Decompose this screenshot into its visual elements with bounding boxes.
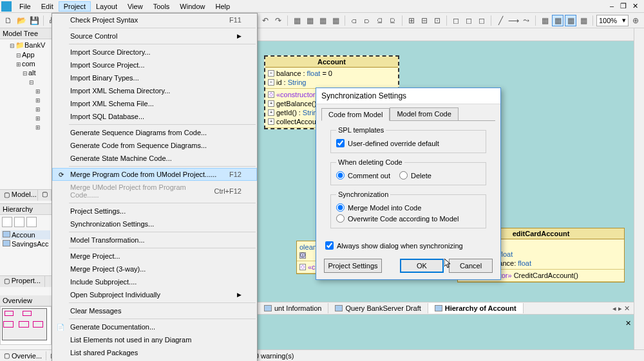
line-icon[interactable]: ╱ [495,15,506,26]
overview-minimap[interactable] [0,306,52,345]
new-icon[interactable]: 🗋 [3,15,14,26]
messages-close-icon[interactable]: ✕ [625,319,631,328]
menu-edit[interactable]: Edit [36,1,59,12]
menu-item-generate-code-from-sequence-diagrams[interactable]: Generate Code from Sequence Diagrams... [52,139,257,152]
radio-merge-model[interactable]: Merge Model into Code [336,202,480,213]
hierarchy-view-icon[interactable] [2,217,12,227]
menu-item-merge-project[interactable]: Merge Project... [52,250,257,263]
menu-layout[interactable]: Layout [91,1,122,12]
tab-model[interactable]: ▢ Model... [0,190,38,201]
hierarchy-panel: Hierarchy Accoun SavingsAcc ▢ Propert... [0,203,52,287]
fit-icon[interactable]: ⊕ [630,15,641,26]
grid-icon[interactable]: ▦ [565,15,576,26]
menu-item-merge-program-code-from-umodel-project[interactable]: ⟳Merge Program Code from UModel Project.… [52,168,257,181]
menu-item-project-settings[interactable]: Project Settings... [52,205,257,218]
menu-item-import-source-project[interactable]: Import Source Project... [52,59,257,71]
minimize-icon[interactable]: – [607,2,617,10]
menu-view[interactable]: View [122,1,148,12]
cancel-button[interactable]: Cancel [449,259,493,273]
menu-window[interactable]: Window [175,1,210,12]
undo-icon[interactable]: ↶ [260,15,271,26]
check-always-show[interactable]: Always show dialog when synchronizing [325,240,491,251]
tab-properties[interactable]: ▢ Propert... [0,276,45,287]
sync-icon: ⟳ [57,170,66,179]
align-icon[interactable]: ⫐ [361,15,373,26]
menu-item-synchronization-settings[interactable]: Synchronization Settings... [52,218,257,230]
radio-overwrite[interactable]: Overwrite Code according to Model [336,213,480,224]
align-icon[interactable]: ⫏ [348,15,360,26]
tool-icon[interactable]: ▦ [291,15,303,26]
tab-other[interactable]: ▢ [38,190,52,201]
dialog-title: Synchronization Settings [316,88,500,104]
menu-bar: File Edit Project Layout View Tools Wind… [0,0,644,13]
align-icon[interactable]: ⫑ [374,15,386,26]
menu-item-open-subproject-individually[interactable]: Open Subproject Individually▶ [52,288,257,301]
save-icon[interactable]: 💾 [28,15,40,26]
class-name: Account [265,57,398,68]
shape-icon[interactable]: ◻ [476,15,488,26]
layout-icon[interactable]: ⊟ [419,15,430,26]
menu-item-generate-state-machine-code[interactable]: Generate State Machine Code... [52,152,257,165]
diagram-item[interactable]: SavingsAcc [1,239,50,248]
menu-item-list-elements-not-used-in-any-diagram[interactable]: List Elements not used in any Diagram [52,333,257,346]
tab-unt-info[interactable]: unt Information [258,303,328,313]
line-icon[interactable]: ⤳ [520,15,532,26]
menu-help[interactable]: Help [210,1,235,12]
menu-tools[interactable]: Tools [148,1,175,12]
menu-item-clear-messages[interactable]: Clear Messages [52,304,257,317]
submenu-arrow-icon: ▶ [237,33,242,39]
hierarchy-view-icon[interactable] [14,217,24,227]
line-icon[interactable]: ⟶ [507,15,519,26]
check-user-defined[interactable]: User-defined override default [336,138,480,149]
menu-item-generate-sequence-diagrams-from-code[interactable]: Generate Sequence Diagrams from Code... [52,126,257,139]
menu-item-include-subproject[interactable]: Include Subproject.... [52,275,257,288]
menu-item-check-project-syntax[interactable]: Check Project SyntaxF11 [52,14,257,26]
hierarchy-view-icon[interactable] [26,217,37,227]
model-tree[interactable]: ⊟📁BankV ⊟App ⊞com ⊟alt ⊟ ⊞ ⊞ ⊞ ⊞ ⊞ [0,39,52,133]
vertical-scrollbar[interactable] [634,28,644,349]
radio-delete[interactable]: Delete [399,170,431,181]
menu-item-import-sql-database[interactable]: Import SQL Database... [52,110,257,123]
open-icon[interactable]: 📂 [15,15,27,26]
tab-hierarchy-account[interactable]: Hierarchy of Account [428,303,524,313]
tab-code-from-model[interactable]: Code from Model [321,108,390,121]
menu-project[interactable]: Project [59,1,91,12]
tool-icon[interactable]: ▦ [317,15,328,26]
tab-nav[interactable]: ◂▸✕ [612,304,634,313]
grid-icon[interactable]: ▦ [552,15,564,26]
restore-icon[interactable]: ❐ [618,2,629,10]
doc-icon: 📄 [56,322,65,331]
grid-icon[interactable]: ▦ [539,15,551,26]
tool-icon[interactable]: ▦ [304,15,316,26]
shape-icon[interactable]: ◻ [463,15,475,26]
menu-item-import-xml-schema-file[interactable]: Import XML Schema File... [52,97,257,110]
menu-item-merge-project-3-way[interactable]: Merge Project (3-way)... [52,263,257,275]
menu-item-label: Import Source Directory... [70,48,151,56]
tool-icon[interactable]: ▦ [330,15,341,26]
layout-icon[interactable]: ⊡ [431,15,443,26]
close-icon[interactable]: ✕ [630,2,640,10]
menu-item-import-xml-schema-directory[interactable]: Import XML Schema Directory... [52,84,257,97]
menu-item-import-source-directory[interactable]: Import Source Directory... [52,46,257,59]
menu-file[interactable]: File [14,1,36,12]
menu-item-source-control[interactable]: Source Control▶ [52,30,257,42]
ok-button[interactable]: OK [400,259,444,273]
zoom-combo[interactable]: 100%▾ [596,15,629,26]
shape-icon[interactable]: ◻ [450,15,462,26]
diagram-item[interactable]: Accoun [1,230,50,239]
tab-query-bankserver[interactable]: Query BankServer Draft [328,303,428,313]
menu-item-generate-documentation[interactable]: 📄Generate Documentation... [52,320,257,333]
menu-item-label: Generate Code from Sequence Diagrams... [70,142,207,149]
menu-item-import-binary-types[interactable]: Import Binary Types... [52,71,257,84]
align-icon[interactable]: ⫒ [387,15,399,26]
menu-item-list-shared-packages[interactable]: List shared Packages [52,346,257,359]
project-settings-button[interactable]: Project Settings [324,259,382,273]
radio-comment-out[interactable]: Comment out [336,170,390,181]
layout-icon[interactable]: ⊞ [406,15,417,26]
grid-icon[interactable]: ▦ [578,15,589,26]
tab-model-from-code[interactable]: Model from Code [390,107,458,120]
menu-item-model-transformation[interactable]: Model Transformation... [52,234,257,246]
tab-overview[interactable]: ▢ Overvie... [0,351,46,360]
menu-shortcut: Ctrl+F12 [214,187,242,195]
redo-icon[interactable]: ↷ [272,15,284,26]
